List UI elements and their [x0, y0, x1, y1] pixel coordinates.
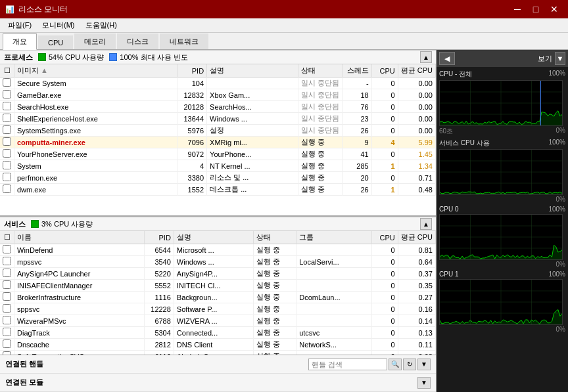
table-row[interactable]: perfmon.exe 3380 리소스 및 ... 실행 중 20 0 0.7… [0, 172, 436, 184]
right-panel: ◀ 보기 ▼ CPU - 전체 100% [437, 50, 568, 392]
service-expand-btn[interactable]: ▲ [420, 218, 432, 230]
col-pid[interactable]: PID [178, 64, 207, 77]
svc-col-pid[interactable]: PID [144, 231, 174, 244]
col-image[interactable]: 이미지 ▲ [14, 64, 178, 77]
view-label: 보기 [538, 54, 552, 64]
row-checkbox[interactable] [3, 149, 11, 158]
row-threads: 41 [342, 148, 371, 160]
process-expand-btn[interactable]: ▲ [420, 51, 432, 63]
close-button[interactable]: ✕ [546, 3, 563, 16]
table-row[interactable]: Secure System 104 일시 중단됨 - 0 0.00 [0, 77, 436, 89]
handles-expand-btn[interactable]: ▼ [417, 359, 431, 370]
row-checkbox[interactable] [3, 114, 11, 122]
right-expand-btn[interactable]: ◀ [439, 52, 455, 65]
table-row[interactable]: AnySign4PC Launcher 5220 AnySign4P... 실행… [0, 268, 436, 280]
col-threads[interactable]: 스레드 [342, 64, 371, 77]
row-checkbox[interactable] [3, 137, 11, 146]
tab-disk[interactable]: 디스크 [117, 33, 158, 49]
table-row[interactable]: INISAFEClientManager 5552 INITECH Cl... … [0, 280, 436, 292]
modules-bar: 연결된 모듈 ▼ [0, 374, 436, 392]
row-avgcpu: 0.14 [398, 315, 435, 327]
handle-search-input[interactable] [308, 359, 387, 370]
row-checkbox[interactable] [3, 78, 11, 87]
maximize-button[interactable]: □ [527, 3, 544, 16]
menu-monitor[interactable]: 모니터(M) [37, 19, 80, 32]
modules-expand-btn[interactable]: ▼ [417, 377, 431, 389]
table-row[interactable]: WinDefend 6544 Microsoft ... 실행 중 0 0.81 [0, 244, 436, 256]
service-table-container[interactable]: ☐ 이름 PID 설명 상태 그룹 CPU 평균 CPU WinDefend [0, 231, 436, 355]
col-checkbox[interactable]: ☐ [0, 64, 14, 77]
svc-col-state[interactable]: 상태 [254, 231, 296, 244]
row-checkbox[interactable] [3, 173, 11, 181]
row-threads: 23 [342, 113, 371, 125]
blue-box-icon [109, 53, 117, 61]
row-avgcpu: 0.00 [398, 77, 435, 89]
table-row[interactable]: ShellExperienceHost.exe 13644 Windows ..… [0, 113, 436, 125]
table-row[interactable]: YourPhoneServer.exe 9072 YourPhone... 실행… [0, 148, 436, 160]
row-pid: 3540 [144, 256, 174, 268]
row-checkbox[interactable] [3, 280, 11, 289]
row-checkbox[interactable] [3, 185, 11, 193]
svc-col-desc[interactable]: 설명 [174, 231, 253, 244]
row-avgcpu: 0.71 [398, 172, 435, 184]
table-row[interactable]: Dnscache 2812 DNS Client 실행 중 NetworkS..… [0, 339, 436, 351]
tab-network[interactable]: 네트워크 [160, 33, 208, 49]
row-checkbox[interactable] [3, 245, 11, 253]
svc-col-avgcpu[interactable]: 평균 CPU [398, 231, 435, 244]
table-row[interactable]: SystemSettings.exe 5976 설정 일시 중단됨 26 0 0… [0, 125, 436, 137]
process-title: 프로세스 [4, 53, 33, 62]
row-checkbox[interactable] [3, 328, 11, 336]
row-checkbox[interactable] [3, 90, 11, 98]
table-row[interactable]: DiagTrack 5304 Connected... 실행 중 utcsvc … [0, 327, 436, 339]
table-row[interactable]: SearchHost.exe 20128 SearchHos... 일시 중단됨… [0, 101, 436, 113]
table-row[interactable]: dwm.exe 1552 데스크톱 ... 실행 중 26 1 0.48 [0, 184, 436, 196]
svc-col-group[interactable]: 그룹 [296, 231, 372, 244]
col-avgcpu[interactable]: 평균 CPU [398, 64, 435, 77]
row-checkbox[interactable] [3, 339, 11, 348]
graph-label: 서비스 CPU 사용 [439, 139, 490, 148]
handle-refresh-btn[interactable]: ↻ [403, 359, 416, 370]
process-table-container[interactable]: ☐ 이미지 ▲ PID 설명 상태 스레드 CPU 평균 CPU Secure … [0, 64, 436, 215]
minimize-button[interactable]: ─ [509, 3, 526, 16]
row-checkbox[interactable] [3, 161, 11, 169]
menu-bar: 파일(F) 모니터(M) 도움말(H) [0, 18, 568, 33]
cpu-graph-item: CPU - 전체 100% [439, 70, 565, 136]
col-desc[interactable]: 설명 [207, 64, 298, 77]
table-row[interactable]: WizveraPMSvc 6788 WIZVERA ... 실행 중 0 0.1… [0, 315, 436, 327]
table-row[interactable]: mpssvc 3540 Windows ... 실행 중 LocalServi.… [0, 256, 436, 268]
col-cpu[interactable]: CPU [371, 64, 398, 77]
row-checkbox[interactable] [3, 257, 11, 265]
tab-cpu[interactable]: CPU [38, 35, 73, 49]
row-group [296, 268, 372, 280]
row-checkbox[interactable] [3, 125, 11, 134]
svc-col-checkbox[interactable]: ☐ [0, 231, 14, 244]
row-cpu: 0 [371, 280, 398, 292]
process-table: ☐ 이미지 ▲ PID 설명 상태 스레드 CPU 평균 CPU Secure … [0, 64, 436, 196]
svc-col-name[interactable]: 이름 [14, 231, 145, 244]
tab-memory[interactable]: 메모리 [74, 33, 116, 49]
row-name: Secure System [14, 77, 178, 89]
row-group: utcsvc [296, 327, 372, 339]
row-pid: 1552 [178, 184, 207, 196]
row-cpu: 0 [371, 315, 398, 327]
col-state[interactable]: 상태 [298, 64, 342, 77]
row-checkbox[interactable] [3, 102, 11, 110]
table-row[interactable]: computta-miner.exe 7096 XMRig mi... 실행 중… [0, 137, 436, 148]
menu-help[interactable]: 도움말(H) [80, 19, 122, 32]
view-dropdown-btn[interactable]: ▼ [555, 52, 565, 65]
handle-search-btn[interactable]: 🔍 [389, 359, 402, 370]
row-checkbox[interactable] [3, 304, 11, 313]
table-row[interactable]: BrokerInfrastructure 1116 Backgroun... 실… [0, 292, 436, 303]
row-checkbox[interactable] [3, 292, 11, 301]
row-checkbox[interactable] [3, 269, 11, 277]
cpu-indicator: 54% CPU 사용량 [38, 53, 104, 62]
table-row[interactable]: System 4 NT Kernel ... 실행 중 285 1 1.34 [0, 160, 436, 172]
table-row[interactable]: sppsvc 12228 Software P... 실행 중 0 0.16 [0, 303, 436, 315]
row-avgcpu: 0.37 [398, 268, 435, 280]
table-row[interactable]: GameBar.exe 12832 Xbox Gam... 일시 중단됨 18 … [0, 89, 436, 101]
svc-col-cpu[interactable]: CPU [371, 231, 398, 244]
row-group [296, 280, 372, 292]
row-checkbox[interactable] [3, 316, 11, 324]
menu-file[interactable]: 파일(F) [3, 19, 37, 32]
tab-overview[interactable]: 개요 [3, 33, 37, 50]
